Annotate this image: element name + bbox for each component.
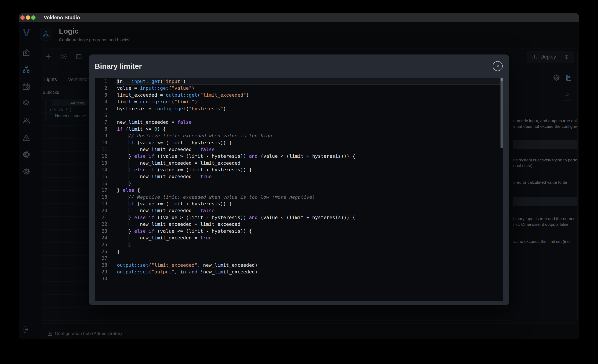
code-line[interactable]: 15 new_limit_exceeded = true xyxy=(95,173,503,180)
code-line[interactable]: 21 } else if ((value > (limit - hysteres… xyxy=(95,214,503,221)
code-text: } xyxy=(116,241,503,248)
app-window: Voldeno Studio V Logic Configure logic p… xyxy=(19,13,579,339)
code-text: output::set("limit_exceeded", new_limit_… xyxy=(116,262,503,268)
line-number: 25 xyxy=(95,241,107,248)
code-text: hysteresis = config::get("hysteresis") xyxy=(116,105,503,112)
line-number: 15 xyxy=(95,173,107,180)
line-number: 9 xyxy=(95,132,107,139)
line-number: 3 xyxy=(95,92,107,98)
code-line[interactable]: 18 // Negative limit: exceeded when valu… xyxy=(95,194,503,200)
code-line[interactable]: 11 new_limit_exceeded = false xyxy=(95,146,503,153)
code-line[interactable]: 4limit = config::get("limit") xyxy=(95,98,503,105)
line-number: 26 xyxy=(95,248,107,255)
code-line[interactable]: 14 } else if (value >= (limit + hysteres… xyxy=(95,166,503,173)
line-number: 20 xyxy=(95,207,107,214)
code-editor[interactable]: 1in = input::get("input")2value = input:… xyxy=(95,78,503,301)
code-line[interactable]: 16 } xyxy=(95,180,503,187)
code-line[interactable]: 24 new_limit_exceeded = true xyxy=(95,234,503,241)
code-text xyxy=(116,112,503,119)
code-text xyxy=(116,275,503,282)
code-line[interactable]: 6 xyxy=(95,112,503,119)
code-line[interactable]: 13 new_limit_exceeded = limit_exceeded xyxy=(95,160,503,166)
code-text: } else if (value >= (limit + hysteresis)… xyxy=(116,166,503,173)
line-number: 23 xyxy=(95,228,107,234)
code-text: limit = config::get("limit") xyxy=(116,98,503,105)
code-text: if (value <= (limit - hysteresis)) { xyxy=(116,139,503,146)
code-line[interactable]: 12 } else if ((value > (limit - hysteres… xyxy=(95,153,503,159)
code-line[interactable]: 8if (limit >= 0) { xyxy=(95,126,503,132)
code-text: new_limit_exceeded = limit_exceeded xyxy=(116,221,503,228)
code-text: // Positive limit: exceeded when value i… xyxy=(116,132,503,139)
line-number: 2 xyxy=(95,85,107,91)
traffic-light-close[interactable] xyxy=(20,15,25,20)
editor-scrollbar[interactable] xyxy=(500,78,503,148)
code-text: new_limit_exceeded = false xyxy=(116,207,503,214)
code-text: output::set("output", in and !new_limit_… xyxy=(116,268,503,275)
binary-limiter-modal: Binary limiter 1in = input::get("input")… xyxy=(89,55,509,305)
code-line[interactable]: 26} xyxy=(95,248,503,255)
titlebar: Voldeno Studio xyxy=(19,13,579,22)
traffic-light-zoom[interactable] xyxy=(31,15,35,20)
traffic-light-minimize[interactable] xyxy=(26,15,30,20)
line-number: 6 xyxy=(95,112,107,119)
code-text: new_limit_exceeded = true xyxy=(116,234,503,241)
line-number: 28 xyxy=(95,262,107,268)
code-line[interactable]: 27 xyxy=(95,255,503,262)
window-title: Voldeno Studio xyxy=(44,13,80,22)
line-number: 18 xyxy=(95,194,107,200)
code-text: value = input::get("value") xyxy=(116,85,503,91)
line-number: 13 xyxy=(95,160,107,166)
line-number: 17 xyxy=(95,187,107,193)
code-line[interactable]: 5hysteresis = config::get("hysteresis") xyxy=(95,105,503,112)
line-number: 16 xyxy=(95,180,107,187)
code-lines: 1in = input::get("input")2value = input:… xyxy=(95,78,503,282)
code-line[interactable]: 20 new_limit_exceeded = false xyxy=(95,207,503,214)
line-number: 5 xyxy=(95,105,107,112)
code-line[interactable]: 19 if (value >= (limit + hysteresis)) { xyxy=(95,200,503,207)
code-text: } xyxy=(116,180,503,187)
code-text: } else if ((value > (limit - hysteresis)… xyxy=(116,214,503,221)
line-number: 4 xyxy=(95,98,107,105)
code-line[interactable]: 25 } xyxy=(95,241,503,248)
code-line[interactable]: 7new_limit_exceeded = false xyxy=(95,119,503,125)
line-number: 27 xyxy=(95,255,107,262)
code-text: limit_exceeded = output::get("limit_exce… xyxy=(116,92,503,98)
code-text: } xyxy=(116,248,503,255)
line-number: 8 xyxy=(95,126,107,132)
line-number: 19 xyxy=(95,200,107,207)
code-text: if (value >= (limit + hysteresis)) { xyxy=(116,200,503,207)
modal-close-button[interactable] xyxy=(493,61,503,71)
line-number: 14 xyxy=(95,166,107,173)
code-text: new_limit_exceeded = false xyxy=(116,146,503,153)
line-number: 22 xyxy=(95,221,107,228)
modal-title: Binary limiter xyxy=(95,62,142,70)
line-number: 1 xyxy=(95,78,107,85)
code-line[interactable]: 22 new_limit_exceeded = limit_exceeded xyxy=(95,221,503,228)
code-line[interactable]: 28output::set("limit_exceeded", new_limi… xyxy=(95,262,503,268)
line-number: 12 xyxy=(95,153,107,159)
code-text xyxy=(116,255,503,262)
code-text: // Negative limit: exceeded when value i… xyxy=(116,194,503,200)
code-text: } else if ((value > (limit - hysteresis)… xyxy=(116,153,503,159)
code-line[interactable]: 1in = input::get("input") xyxy=(95,78,503,85)
line-number: 11 xyxy=(95,146,107,153)
code-line[interactable]: 17} else { xyxy=(95,187,503,193)
code-text: if (limit >= 0) { xyxy=(116,126,503,132)
line-number: 24 xyxy=(95,234,107,241)
line-number: 21 xyxy=(95,214,107,221)
code-line[interactable]: 9 // Positive limit: exceeded when value… xyxy=(95,132,503,139)
line-number: 10 xyxy=(95,139,107,146)
code-line[interactable]: 3limit_exceeded = output::get("limit_exc… xyxy=(95,92,503,98)
code-text: new_limit_exceeded = limit_exceeded xyxy=(116,160,503,166)
code-line[interactable]: 29output::set("output", in and !new_limi… xyxy=(95,268,503,275)
line-number: 7 xyxy=(95,119,107,125)
close-icon xyxy=(495,64,500,68)
code-text: } else if (value <= (limit - hysteresis)… xyxy=(116,228,503,234)
code-line[interactable]: 2value = input::get("value") xyxy=(95,85,503,91)
code-line[interactable]: 23 } else if (value <= (limit - hysteres… xyxy=(95,228,503,234)
code-text: in = input::get("input") xyxy=(116,78,503,85)
line-number: 30 xyxy=(95,275,107,282)
code-line[interactable]: 10 if (value <= (limit - hysteresis)) { xyxy=(95,139,503,146)
code-line[interactable]: 30 xyxy=(95,275,503,282)
line-number: 29 xyxy=(95,268,107,275)
